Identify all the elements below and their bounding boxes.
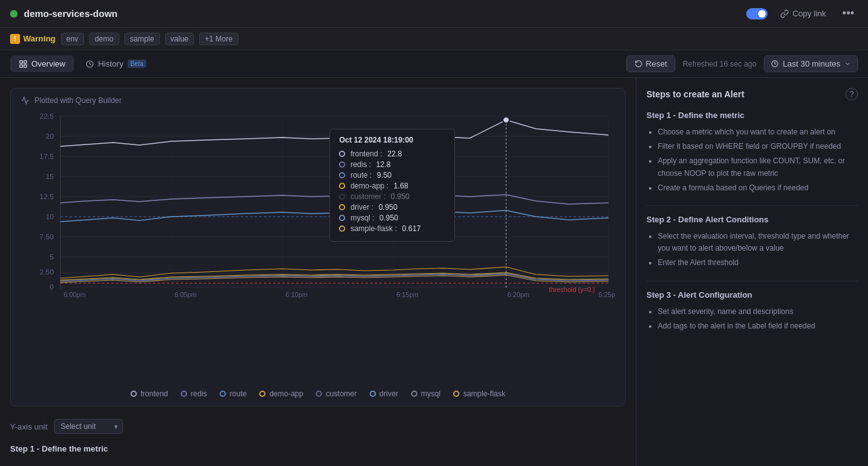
step-item: Choose a metric which you want to create… — [658, 126, 858, 138]
legend-label: customer — [326, 389, 356, 398]
legend-label: driver — [380, 389, 399, 398]
svg-text:15: 15 — [46, 173, 54, 180]
svg-rect-2 — [20, 65, 23, 67]
legend-dot — [220, 391, 226, 397]
svg-text:12.5: 12.5 — [40, 193, 54, 200]
select-unit-dropdown[interactable]: Select unitCountPercentageSecondsMillise… — [54, 419, 123, 434]
time-selector[interactable]: Last 30 minutes — [764, 55, 858, 72]
history-icon — [85, 60, 94, 68]
legend-label: route — [230, 389, 247, 398]
legend-dot — [370, 391, 376, 397]
legend-dot — [259, 391, 265, 397]
chart-icon — [21, 96, 29, 105]
copy-link-button[interactable]: Copy link — [775, 6, 831, 21]
step-footer: Step 1 - Define the metric — [10, 442, 626, 456]
step2-items: Select the evaluation interval, threshol… — [646, 230, 858, 269]
step3-section: Step 3 - Alert Configuration Set alert s… — [646, 290, 858, 332]
toggle-switch[interactable] — [746, 8, 768, 19]
legend-label: mysql — [421, 389, 441, 398]
tag-sample[interactable]: sample — [124, 33, 160, 45]
nav-tabs: Overview History Beta Reset Refreshed 16… — [0, 50, 868, 78]
step-item: Enter the Alert threshold — [658, 257, 858, 269]
legend-dot — [181, 391, 187, 397]
chart-header-label: Plotted with Query Builder — [35, 96, 122, 105]
step3-items: Set alert severity, name and description… — [646, 306, 858, 332]
svg-text:threshold (y=0.): threshold (y=0.) — [549, 286, 595, 293]
svg-rect-0 — [20, 60, 23, 63]
step2-section: Step 2 - Define Alert Conditions Select … — [646, 215, 858, 269]
step-item: Filter it based on WHERE field or GROUPB… — [658, 141, 858, 153]
svg-text:7.50: 7.50 — [40, 233, 54, 241]
tab-history[interactable]: History Beta — [77, 55, 155, 72]
step-item: Select the evaluation interval, threshol… — [658, 230, 858, 254]
link-icon — [780, 9, 789, 18]
svg-text:6:00pm: 6:00pm — [63, 291, 85, 298]
svg-text:10: 10 — [46, 213, 54, 220]
step-divider-2 — [646, 281, 858, 281]
beta-badge: Beta — [127, 60, 147, 68]
status-dot — [10, 10, 18, 18]
legend-label: redis — [191, 389, 207, 398]
legend-item[interactable]: demo-app — [259, 389, 303, 398]
tag-demo[interactable]: demo — [89, 33, 119, 45]
svg-text:5: 5 — [50, 253, 53, 261]
svg-text:0: 0 — [50, 283, 53, 291]
clock-icon — [771, 60, 779, 68]
step-item: Apply an aggregation function like COUNT… — [658, 155, 858, 179]
select-unit-wrapper: Select unitCountPercentageSecondsMillise… — [54, 419, 123, 434]
steps-title: Steps to create an Alert — [646, 89, 744, 99]
steps-header: Steps to create an Alert ? — [646, 88, 858, 100]
reset-button[interactable]: Reset — [626, 55, 675, 72]
svg-point-42 — [503, 117, 510, 123]
refreshed-label: Refreshed 16 sec ago — [683, 60, 756, 68]
legend-item[interactable]: sample-flask — [453, 389, 505, 398]
main-content: Plotted with Query Builder — [0, 78, 868, 466]
y-axis-label: Y-axis unit — [10, 422, 48, 431]
tag-env[interactable]: env — [61, 33, 84, 45]
chart-header: Plotted with Query Builder — [21, 96, 615, 105]
step2-title: Step 2 - Define Alert Conditions — [646, 215, 858, 224]
svg-rect-3 — [24, 65, 26, 67]
left-panel: Plotted with Query Builder — [0, 78, 636, 466]
legend-dot — [411, 391, 417, 397]
top-bar: demo-services-down Copy link ••• — [0, 0, 868, 28]
legend-item[interactable]: driver — [370, 389, 399, 398]
nav-tabs-right: Reset Refreshed 16 sec ago Last 30 minut… — [626, 55, 858, 72]
overview-icon — [19, 60, 28, 68]
app-title: demo-services-down — [24, 8, 117, 19]
tag-value[interactable]: value — [165, 33, 195, 45]
legend-label: frontend — [141, 389, 168, 398]
step1-items: Choose a metric which you want to create… — [646, 126, 858, 194]
svg-text:6:25pm: 6:25pm — [599, 291, 615, 298]
more-options-button[interactable]: ••• — [839, 6, 858, 21]
legend-dot — [131, 391, 137, 397]
top-bar-left: demo-services-down — [10, 8, 739, 19]
step1-title: Step 1 - Define the metric — [646, 111, 858, 120]
chart-card: Plotted with Query Builder — [10, 88, 626, 406]
chevron-down-icon — [844, 60, 851, 67]
legend-item[interactable]: frontend — [131, 389, 168, 398]
legend-label: sample-flask — [463, 389, 505, 398]
chart-area[interactable]: 22.5 20 17.5 15 12.5 10 7.50 5 2.50 0 — [21, 110, 615, 384]
svg-text:6:15pm: 6:15pm — [397, 291, 419, 298]
step3-title: Step 3 - Alert Configuration — [646, 290, 858, 300]
legend-item[interactable]: redis — [181, 389, 207, 398]
legend-item[interactable]: customer — [316, 389, 356, 398]
svg-text:6:05pm: 6:05pm — [174, 291, 196, 298]
more-tags-button[interactable]: +1 More — [199, 33, 238, 45]
step1-section: Step 1 - Define the metric Choose a metr… — [646, 111, 858, 194]
right-panel: Steps to create an Alert ? Step 1 - Defi… — [636, 78, 868, 466]
legend-item[interactable]: mysql — [411, 389, 441, 398]
svg-rect-1 — [24, 60, 26, 63]
step-divider-1 — [646, 205, 858, 206]
severity-badge: ! Warning — [10, 34, 56, 44]
help-icon[interactable]: ? — [845, 88, 858, 100]
chart-svg: 22.5 20 17.5 15 12.5 10 7.50 5 2.50 0 — [21, 110, 615, 298]
step-item: Add tags to the alert in the Label field… — [658, 320, 858, 332]
svg-text:6:10pm: 6:10pm — [286, 291, 308, 298]
legend-dot — [316, 391, 322, 397]
svg-text:2.50: 2.50 — [40, 268, 54, 276]
tab-overview[interactable]: Overview — [10, 55, 74, 72]
legend-item[interactable]: route — [220, 389, 247, 398]
svg-text:17.5: 17.5 — [40, 153, 54, 160]
